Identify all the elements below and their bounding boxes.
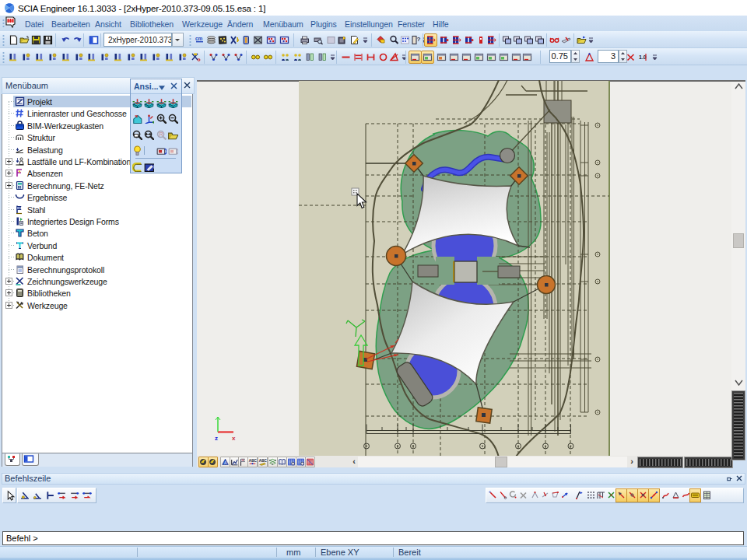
svg-text:ABC: ABC	[259, 459, 267, 463]
svg-text:cm: cm	[195, 36, 203, 41]
svg-text:1.0: 1.0	[639, 54, 647, 60]
svg-text:R: R	[159, 131, 163, 138]
svg-text:?: ?	[417, 36, 421, 43]
svg-text:x: x	[232, 435, 236, 442]
svg-text:z: z	[215, 435, 218, 442]
svg-text:ABC: ABC	[249, 459, 257, 463]
